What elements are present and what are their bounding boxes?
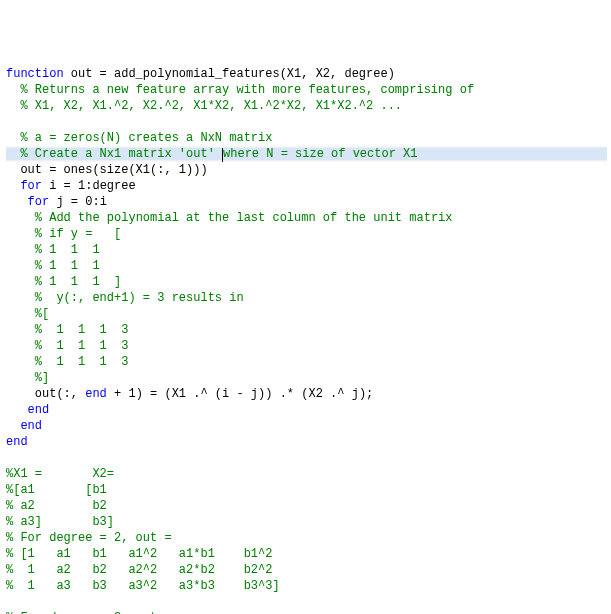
code-segment xyxy=(6,195,28,209)
code-segment: i = xyxy=(42,179,78,193)
code-segment xyxy=(6,307,35,321)
code-segment xyxy=(6,243,35,257)
code-line[interactable]: % 1 a2 b2 a2^2 a2*b2 b2^2 xyxy=(6,562,607,578)
code-line[interactable]: % 1 1 1 3 xyxy=(6,338,607,354)
code-segment: % 1 1 1 xyxy=(35,243,100,257)
code-segment: %] xyxy=(35,371,49,385)
code-line[interactable]: % Returns a new feature array with more … xyxy=(6,82,607,98)
code-segment: % a2 b2 xyxy=(6,499,107,513)
code-line[interactable]: % Create a Nx1 matrix 'out' where N = si… xyxy=(6,146,607,162)
code-line[interactable]: % 1 1 1 xyxy=(6,258,607,274)
code-segment: % 1 a2 b2 a2^2 a2*b2 b2^2 xyxy=(6,563,272,577)
code-segment: % 1 1 1 3 xyxy=(35,355,129,369)
code-segment: % Add the polynomial at the last column … xyxy=(35,211,453,225)
code-segment xyxy=(6,291,35,305)
code-line[interactable]: out(:, end + 1) = (X1 .^ (i - j)) .* (X2… xyxy=(6,386,607,402)
code-segment xyxy=(6,403,28,417)
code-segment: end xyxy=(28,403,50,417)
code-segment: for xyxy=(20,179,42,193)
code-segment xyxy=(6,147,20,161)
code-segment xyxy=(6,179,20,193)
code-segment xyxy=(6,211,35,225)
code-segment: % X1, X2, X1.^2, X2.^2, X1*X2, X1.^2*X2,… xyxy=(20,99,402,113)
code-segment: % Create a Nx1 matrix 'out' xyxy=(20,147,222,161)
code-segment xyxy=(6,83,20,97)
code-segment xyxy=(6,595,13,609)
code-line[interactable]: % [1 a1 b1 a1^2 a1*b1 b1^2 xyxy=(6,546,607,562)
code-line[interactable]: end xyxy=(6,418,607,434)
code-segment: % 1 1 1 3 xyxy=(35,339,129,353)
code-line[interactable]: % X1, X2, X1.^2, X2.^2, X1*X2, X1.^2*X2,… xyxy=(6,98,607,114)
code-segment: end xyxy=(6,435,28,449)
code-segment: for xyxy=(28,195,50,209)
code-segment: % a = zeros(N) creates a NxN matrix xyxy=(20,131,272,145)
code-segment: j = xyxy=(49,195,85,209)
code-segment: %[a1 [b1 xyxy=(6,483,107,497)
code-line[interactable]: % y(:, end+1) = 3 results in xyxy=(6,290,607,306)
code-line[interactable] xyxy=(6,450,607,466)
code-line[interactable]: end xyxy=(6,402,607,418)
code-line[interactable]: % if y = [ xyxy=(6,226,607,242)
code-line[interactable]: %] xyxy=(6,370,607,386)
code-segment xyxy=(6,355,35,369)
code-segment: 1 xyxy=(128,387,135,401)
code-segment: % y(:, end+1) = 3 results in xyxy=(35,291,244,305)
code-line[interactable] xyxy=(6,114,607,130)
code-segment: 1 xyxy=(179,163,186,177)
code-line[interactable]: %[a1 [b1 xyxy=(6,482,607,498)
code-segment: out = ones(size(X1(:, xyxy=(6,163,179,177)
code-segment: % 1 1 1 ] xyxy=(35,275,121,289)
code-line[interactable]: end xyxy=(6,434,607,450)
code-line[interactable]: %X1 = X2= xyxy=(6,466,607,482)
code-segment: where N = size of vector X1 xyxy=(223,147,417,161)
code-line[interactable]: % 1 1 1 xyxy=(6,242,607,258)
code-segment: %X1 = X2= xyxy=(6,467,114,481)
code-line[interactable]: % 1 1 1 3 xyxy=(6,354,607,370)
code-editor[interactable]: function out = add_polynomial_features(X… xyxy=(0,64,611,614)
code-segment: out = add_polynomial_features(X1, X2, de… xyxy=(64,67,395,81)
code-segment xyxy=(6,131,20,145)
code-segment: ) = (X1 .^ (i - j)) .* (X2 .^ j); xyxy=(136,387,374,401)
code-line[interactable]: % a3] b3] xyxy=(6,514,607,530)
code-segment: % 1 a3 b3 a3^2 a3*b3 b3^3] xyxy=(6,579,280,593)
code-segment: %[ xyxy=(35,307,49,321)
code-segment xyxy=(6,339,35,353)
code-segment: function xyxy=(6,67,64,81)
code-segment: :i xyxy=(92,195,106,209)
code-segment xyxy=(6,259,35,273)
code-segment: end xyxy=(85,387,107,401)
code-line[interactable]: % 1 1 1 3 xyxy=(6,322,607,338)
code-line[interactable]: % For degree = 2, out = xyxy=(6,530,607,546)
code-line[interactable]: %[ xyxy=(6,306,607,322)
code-segment: % [1 a1 b1 a1^2 a1*b1 b1^2 xyxy=(6,547,272,561)
code-segment: ))) xyxy=(186,163,208,177)
code-segment xyxy=(6,227,35,241)
code-segment: % For degree = 2, out = xyxy=(6,531,172,545)
code-segment xyxy=(6,99,20,113)
code-segment xyxy=(6,115,13,129)
code-segment: % Returns a new feature array with more … xyxy=(20,83,474,97)
code-segment: :degree xyxy=(85,179,135,193)
code-segment: % 1 1 1 xyxy=(35,259,100,273)
code-segment: end xyxy=(20,419,42,433)
code-segment xyxy=(6,275,35,289)
code-segment: % if y = [ xyxy=(35,227,121,241)
code-line[interactable]: % Add the polynomial at the last column … xyxy=(6,210,607,226)
code-segment xyxy=(6,419,20,433)
code-segment xyxy=(6,451,13,465)
code-line[interactable]: % a = zeros(N) creates a NxN matrix xyxy=(6,130,607,146)
code-line[interactable]: % 1 a3 b3 a3^2 a3*b3 b3^3] xyxy=(6,578,607,594)
code-line[interactable]: % For degree = 3, out = xyxy=(6,610,607,614)
code-segment xyxy=(6,371,35,385)
code-line[interactable]: out = ones(size(X1(:, 1))) xyxy=(6,162,607,178)
code-line[interactable] xyxy=(6,594,607,610)
code-line[interactable]: function out = add_polynomial_features(X… xyxy=(6,66,607,82)
code-line[interactable]: % 1 1 1 ] xyxy=(6,274,607,290)
code-line[interactable]: for j = 0:i xyxy=(6,194,607,210)
code-segment: % 1 1 1 3 xyxy=(35,323,129,337)
code-line[interactable]: for i = 1:degree xyxy=(6,178,607,194)
code-segment: out(:, xyxy=(6,387,85,401)
code-line[interactable]: % a2 b2 xyxy=(6,498,607,514)
code-segment xyxy=(6,323,35,337)
code-segment: + xyxy=(107,387,129,401)
